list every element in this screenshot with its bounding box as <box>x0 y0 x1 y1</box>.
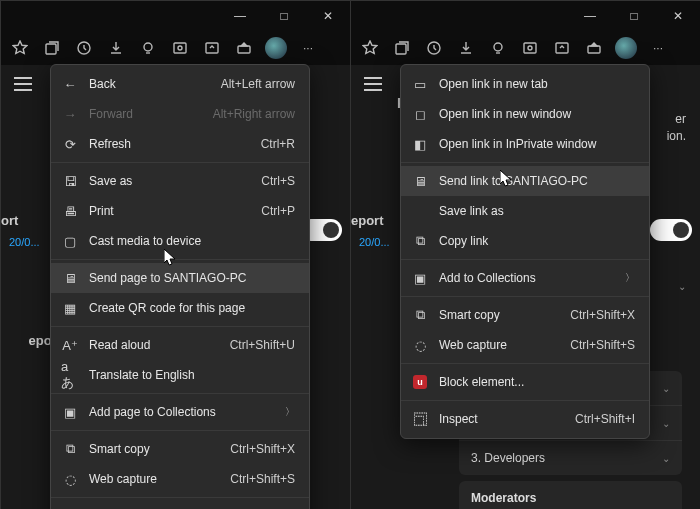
new-tab-icon: ▭ <box>411 77 429 92</box>
arrow-right-icon: → <box>61 107 79 122</box>
chevron-down-icon: ⌄ <box>662 383 670 394</box>
close-button[interactable]: ✕ <box>306 1 350 31</box>
print-icon: 🖶 <box>61 204 79 219</box>
menu-smart-copy[interactable]: ⧉Smart copyCtrl+Shift+X <box>51 434 309 464</box>
collections-icon: ▣ <box>411 271 429 286</box>
svg-rect-12 <box>556 43 568 53</box>
moderators-header: Moderators <box>459 481 682 509</box>
link-context-menu: ▭Open link in new tab ◻Open link in new … <box>400 64 650 439</box>
page-context-menu: ←BackAlt+Left arrow →ForwardAlt+Right ar… <box>50 64 310 509</box>
menu-inspect[interactable]: ⿹InspectCtrl+Shift+I <box>401 404 649 434</box>
menu-smart-copy[interactable]: ⧉Smart copyCtrl+Shift+X <box>401 300 649 330</box>
send-icon[interactable] <box>579 33 609 63</box>
menu-copy-link[interactable]: ⧉Copy link <box>401 226 649 256</box>
collections-icon: ▣ <box>61 405 79 420</box>
svg-rect-0 <box>46 44 56 54</box>
translate-icon: aあ <box>61 359 79 392</box>
svg-point-11 <box>528 46 532 50</box>
chevron-down-icon: ⌄ <box>662 418 670 429</box>
menu-separator <box>401 400 649 401</box>
menu-read-aloud[interactable]: A⁺Read aloudCtrl+Shift+U <box>51 330 309 360</box>
share-icon[interactable] <box>547 33 577 63</box>
smart-copy-icon: ⧉ <box>411 307 429 323</box>
smart-copy-icon: ⧉ <box>61 441 79 457</box>
menu-separator <box>51 393 309 394</box>
toolbar: ··· <box>351 31 700 66</box>
menu-separator <box>51 259 309 260</box>
menu-translate[interactable]: aあTranslate to English <box>51 360 309 390</box>
moderators-card: Moderators <box>459 481 682 509</box>
menu-qr-code[interactable]: ▦Create QR code for this page <box>51 293 309 323</box>
menu-block-element[interactable]: uBlock element... <box>51 501 309 509</box>
svg-point-4 <box>178 46 182 50</box>
download-icon[interactable] <box>101 33 131 63</box>
minimize-button[interactable]: — <box>218 1 262 31</box>
idea-icon[interactable] <box>483 33 513 63</box>
menu-open-inprivate[interactable]: ◧Open link in InPrivate window <box>401 129 649 159</box>
rule-row[interactable]: 3. Developers⌄ <box>459 441 682 475</box>
chevron-right-icon: 〉 <box>625 271 635 285</box>
close-button[interactable]: ✕ <box>656 1 700 31</box>
menu-block-element[interactable]: uBlock element... <box>401 367 649 397</box>
favorite-icon[interactable] <box>5 33 35 63</box>
menu-back[interactable]: ←BackAlt+Left arrow <box>51 69 309 99</box>
ublock-icon: u <box>411 375 429 389</box>
menu-print[interactable]: 🖶PrintCtrl+P <box>51 196 309 226</box>
menu-separator <box>401 363 649 364</box>
history-icon[interactable] <box>69 33 99 63</box>
download-icon[interactable] <box>451 33 481 63</box>
more-icon[interactable]: ··· <box>643 33 673 63</box>
collections-icon[interactable] <box>37 33 67 63</box>
collections-icon[interactable] <box>387 33 417 63</box>
profile-avatar[interactable] <box>261 33 291 63</box>
more-icon[interactable]: ··· <box>293 33 323 63</box>
hamburger-icon[interactable] <box>14 77 32 91</box>
menu-separator <box>51 326 309 327</box>
read-aloud-icon: A⁺ <box>61 338 79 353</box>
menu-separator <box>51 162 309 163</box>
menu-send-link[interactable]: 🖥Send link to SANTIAGO-PC <box>401 166 649 196</box>
menu-add-collections[interactable]: ▣Add page to Collections〉 <box>51 397 309 427</box>
new-window-icon: ◻ <box>411 107 429 122</box>
chevron-right-icon: 〉 <box>285 405 295 419</box>
arrow-left-icon: ← <box>61 77 79 92</box>
svg-rect-13 <box>588 46 600 53</box>
menu-forward: →ForwardAlt+Right arrow <box>51 99 309 129</box>
menu-save-as[interactable]: 🖫Save asCtrl+S <box>51 166 309 196</box>
menu-open-new-window[interactable]: ◻Open link in new window <box>401 99 649 129</box>
menu-save-link-as[interactable]: Save link as <box>401 196 649 226</box>
inprivate-icon: ◧ <box>411 137 429 152</box>
menu-add-collections[interactable]: ▣Add to Collections〉 <box>401 263 649 293</box>
profile-avatar[interactable] <box>611 33 641 63</box>
menu-separator <box>51 497 309 498</box>
chevron-down-icon[interactable]: ⌄ <box>678 281 686 292</box>
menu-web-capture[interactable]: ◌Web captureCtrl+Shift+S <box>401 330 649 360</box>
menu-separator <box>51 430 309 431</box>
send-icon[interactable] <box>229 33 259 63</box>
maximize-button[interactable]: □ <box>612 1 656 31</box>
titlebar: — □ ✕ <box>1 1 350 31</box>
link-icon: ⧉ <box>411 233 429 249</box>
truncated-text: er ion. <box>667 111 686 145</box>
menu-web-capture[interactable]: ◌Web captureCtrl+Shift+S <box>51 464 309 494</box>
toggle-switch[interactable] <box>650 219 692 241</box>
svg-rect-6 <box>238 46 250 53</box>
menu-send-page[interactable]: 🖥Send page to SANTIAGO-PC <box>51 263 309 293</box>
svg-rect-10 <box>524 43 536 53</box>
minimize-button[interactable]: — <box>568 1 612 31</box>
history-icon[interactable] <box>419 33 449 63</box>
svg-point-2 <box>144 43 152 51</box>
share-icon[interactable] <box>197 33 227 63</box>
inspect-icon: ⿹ <box>411 412 429 427</box>
screenshot-icon[interactable] <box>515 33 545 63</box>
maximize-button[interactable]: □ <box>262 1 306 31</box>
svg-point-9 <box>494 43 502 51</box>
menu-refresh[interactable]: ⟳RefreshCtrl+R <box>51 129 309 159</box>
idea-icon[interactable] <box>133 33 163 63</box>
menu-cast[interactable]: ▢Cast media to device <box>51 226 309 256</box>
hamburger-icon[interactable] <box>364 77 382 91</box>
favorite-icon[interactable] <box>355 33 385 63</box>
screenshot-icon[interactable] <box>165 33 195 63</box>
menu-open-new-tab[interactable]: ▭Open link in new tab <box>401 69 649 99</box>
qr-icon: ▦ <box>61 301 79 316</box>
